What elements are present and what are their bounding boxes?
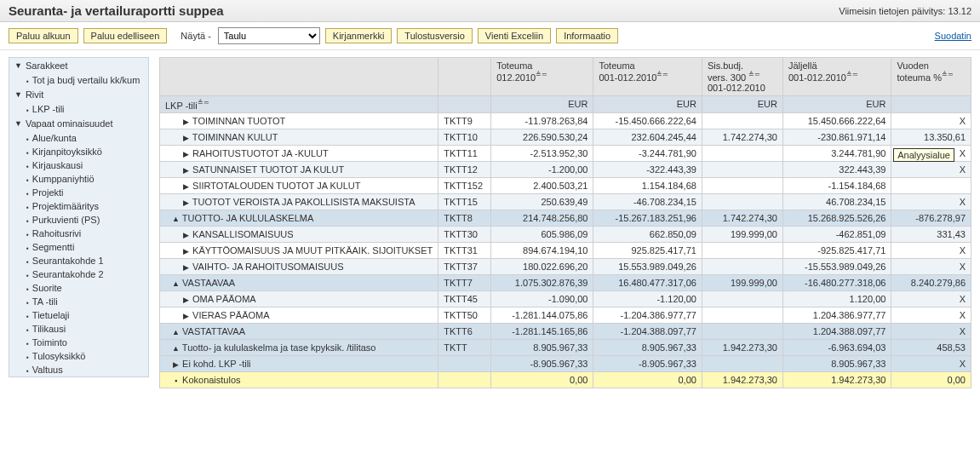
data-cell[interactable]: 250.639,49 (491, 194, 593, 210)
sidebar-item[interactable]: Purkuvienti (PS) (9, 213, 148, 227)
table-row[interactable]: ▶ TOIMINNAN KULUTTKTT10226.590.530,24232… (160, 129, 971, 146)
row-label-cell[interactable]: ▶ TUOTOT VEROISTA JA PAKOLLISISTA MAKSUI… (160, 194, 438, 210)
sidebar-item[interactable]: Seurantakohde 2 (9, 267, 148, 281)
data-cell[interactable]: 1.942.273,30 (702, 372, 782, 388)
sidebar-item[interactable]: Toiminto (9, 336, 148, 349)
export-excel-button[interactable]: Vienti Exceliin (478, 28, 551, 43)
col-header-toteuma[interactable]: Toteuma 012.2010≜≂ (491, 58, 593, 96)
row-label-cell[interactable]: ▲ VASTAAVAA (160, 275, 438, 291)
row-label-cell[interactable]: ▶ TOIMINNAN TUOTOT (160, 113, 438, 129)
data-cell[interactable]: X (891, 113, 971, 129)
table-row[interactable]: ▶ SATUNNAISET TUOTOT JA KULUTTKTT12-1.20… (160, 162, 971, 178)
row-label-cell[interactable]: ▶ Ei kohd. LKP -tili (160, 356, 438, 372)
data-cell[interactable]: 8.905.967,33 (593, 340, 702, 356)
data-cell[interactable]: 199.999,00 (702, 275, 782, 291)
sidebar-item[interactable]: LKP -tili (9, 102, 148, 116)
data-cell[interactable]: -2.513.952,30 (491, 146, 593, 162)
sidebar-item[interactable]: Alue/kunta (9, 131, 148, 145)
table-row[interactable]: ▶ VAIHTO- JA RAHOITUSOMAISUUSTKTT37180.0… (160, 259, 971, 275)
data-cell[interactable]: X (891, 324, 971, 340)
data-cell[interactable]: -876.278,97 (891, 210, 971, 227)
data-cell[interactable]: 894.674.194,10 (491, 243, 593, 259)
data-cell[interactable]: 13.350,61 (891, 129, 971, 146)
col-header-toteuma-range[interactable]: Toteuma 001-012.2010≜≂ (593, 58, 702, 96)
data-cell[interactable]: -1.281.144.075,86 (491, 307, 593, 324)
data-cell[interactable]: X (891, 259, 971, 275)
table-row[interactable]: ▶ SIIRTOTALOUDEN TUOTOT JA KULUTTKTT1522… (160, 178, 971, 194)
sidebar-item[interactable]: Rahoitusrivi (9, 227, 148, 240)
data-cell[interactable]: -1.090,00 (491, 291, 593, 307)
data-cell[interactable]: -3.244.781,90 (593, 146, 702, 162)
data-cell[interactable]: 2.400.503,21 (491, 178, 593, 194)
data-cell[interactable]: -11.978.263,84 (491, 113, 593, 129)
data-cell[interactable]: 8.905.967,33 (782, 356, 891, 372)
data-cell[interactable]: -1.204.388.097,77 (593, 324, 702, 340)
data-cell[interactable] (702, 291, 782, 307)
back-previous-button[interactable]: Paluu edelliseen (83, 28, 168, 43)
data-cell[interactable]: 1.075.302.876,39 (491, 275, 593, 291)
data-cell[interactable]: -1.154.184,68 (782, 178, 891, 194)
data-cell[interactable]: 925.825.417,71 (593, 243, 702, 259)
data-cell[interactable] (702, 259, 782, 275)
row-label-cell[interactable]: ▶ KÄYTTÖOMAISUUS JA MUUT PITKÄAIK. SIJOI… (160, 243, 438, 259)
data-cell[interactable]: -15.450.666.222,64 (593, 113, 702, 129)
data-cell[interactable]: -15.267.183.251,96 (593, 210, 702, 227)
data-cell[interactable]: X (891, 307, 971, 324)
sidebar-item[interactable]: Tilikausi (9, 322, 148, 336)
collapse-icon[interactable]: ▲ (172, 344, 180, 353)
data-cell[interactable] (702, 324, 782, 340)
collapse-icon[interactable]: ▲ (172, 328, 180, 336)
sidebar-item[interactable]: Projekti (9, 186, 148, 199)
row-label-cell[interactable]: ▶ SIIRTOTALOUDEN TUOTOT JA KULUT (160, 178, 438, 194)
data-cell[interactable]: 0,00 (491, 372, 593, 388)
expand-icon[interactable]: ▶ (182, 263, 190, 272)
data-cell[interactable]: 3.244.781,90 (782, 146, 891, 162)
filter-link[interactable]: Suodatin (935, 31, 971, 41)
data-cell[interactable] (702, 194, 782, 210)
data-cell[interactable]: 1.204.388.097,77 (782, 324, 891, 340)
row-label-cell[interactable]: ▶ TOIMINNAN KULUT (160, 129, 438, 146)
data-cell[interactable]: 0,00 (593, 372, 702, 388)
table-row[interactable]: ▶ VIERAS PÄÄOMATKTT50-1.281.144.075,86-1… (160, 307, 971, 324)
table-row[interactable]: ▶ TUOTOT VEROISTA JA PAKOLLISISTA MAKSUI… (160, 194, 971, 210)
expand-icon[interactable]: ▶ (182, 118, 190, 126)
data-cell[interactable] (702, 243, 782, 259)
sidebar-item[interactable]: Tulosyksikkö (9, 349, 148, 363)
expand-icon[interactable]: ▶ (182, 134, 190, 142)
data-cell[interactable]: X (891, 194, 971, 210)
data-cell[interactable]: 15.268.925.526,26 (782, 210, 891, 227)
col-header-jaljella[interactable]: Jäljellä 001-012.2010≜≂ (782, 58, 891, 96)
sidebar-group-header[interactable]: ▼Vapaat ominaisuudet (9, 116, 148, 131)
table-row[interactable]: ▲ TUOTTO- JA KULULASKELMATKTT8214.748.25… (160, 210, 971, 227)
back-to-start-button[interactable]: Paluu alkuun (9, 28, 78, 43)
data-cell[interactable]: 1.742.274,30 (702, 210, 782, 227)
data-cell[interactable]: 8.240.279,86 (891, 275, 971, 291)
data-cell[interactable] (891, 178, 971, 194)
table-row[interactable]: ▲ VASTAAVAATKTT71.075.302.876,3916.480.4… (160, 275, 971, 291)
data-cell[interactable] (702, 113, 782, 129)
data-cell[interactable]: 8.905.967,33 (491, 340, 593, 356)
expand-icon[interactable]: ▶ (182, 312, 190, 320)
table-row[interactable]: ▲ VASTATTAVAATKTT6-1.281.145.165,86-1.20… (160, 324, 971, 340)
sidebar-item[interactable]: Seurantakohde 1 (9, 254, 148, 267)
row-label-cell[interactable]: ▶ SATUNNAISET TUOTOT JA KULUT (160, 162, 438, 178)
data-cell[interactable]: 662.850,09 (593, 227, 702, 243)
row-label-cell[interactable]: ▲ TUOTTO- JA KULULASKELMA (160, 210, 438, 227)
subheader-lkp[interactable]: LKP -tili≜≂ (160, 95, 438, 113)
data-cell[interactable]: -462.851,09 (782, 227, 891, 243)
data-cell[interactable]: 15.553.989.049,26 (593, 259, 702, 275)
data-cell[interactable]: 226.590.530,24 (491, 129, 593, 146)
sidebar-item[interactable]: TA -tili (9, 295, 148, 308)
row-label-cell[interactable]: ▲ VASTATTAVAA (160, 324, 438, 340)
sidebar-group-header[interactable]: ▼Rivit (9, 87, 148, 102)
expand-icon[interactable]: ▶ (182, 296, 190, 304)
display-select[interactable]: Taulu (218, 27, 320, 44)
data-cell[interactable]: 1.742.274,30 (702, 129, 782, 146)
row-label-cell[interactable]: ▶ VIERAS PÄÄOMA (160, 307, 438, 324)
table-row[interactable]: ▶ KANSALLISOMAISUUSTKTT30605.986,09662.8… (160, 227, 971, 243)
sidebar-item[interactable]: Tot ja budj vertailu kk/kum (9, 73, 148, 87)
table-row[interactable]: ▪ Kokonaistulos0,000,001.942.273,301.942… (160, 372, 971, 388)
data-cell[interactable]: -322.443,39 (593, 162, 702, 178)
sidebar-item[interactable]: Kirjauskausi (9, 158, 148, 172)
data-cell[interactable]: 1.942.273,30 (782, 372, 891, 388)
